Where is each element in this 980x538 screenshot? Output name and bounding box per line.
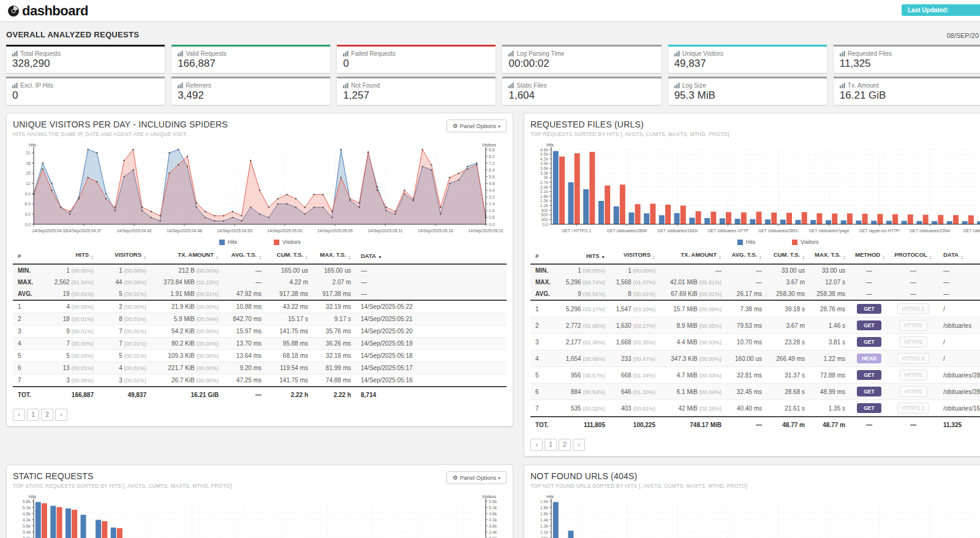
svg-text:3.4k: 3.4k: [23, 530, 31, 534]
table-cell: 26.17 ms: [726, 288, 767, 300]
row-id: 2: [530, 317, 556, 334]
protocol-badge: HTTP/2: [899, 386, 927, 397]
column-header-hits[interactable]: HITS▲▼: [42, 248, 99, 264]
table-cell: 15.17 s: [266, 313, 313, 325]
table-cell: 1 (00.00%): [610, 264, 660, 276]
prev-page-button[interactable]: ‹: [530, 439, 543, 451]
column-header-protocol[interactable]: PROTOCOL▲▼: [888, 248, 938, 264]
card-label: Log Size: [674, 82, 821, 89]
column-header-avg-t-s-[interactable]: AVG. T.S.▲▼: [726, 248, 767, 264]
table-row: TOT.111,805100,225748.17 MiB—48.77 m48.7…: [530, 417, 980, 433]
svg-text:Hits: Hits: [546, 143, 554, 147]
table-cell: HTTP/1.1: [888, 300, 938, 317]
column-header-max-t-s-[interactable]: MAX. T.S.▲▼: [810, 248, 850, 264]
table-cell: GET: [850, 300, 888, 317]
table-cell: 8 (00.01%): [610, 288, 660, 300]
panel-not-found-urls: NOT FOUND URLS (404S) TOP NOT FOUND URLS…: [524, 464, 980, 538]
svg-text:5.8k: 5.8k: [489, 499, 497, 504]
column-header-hits[interactable]: HITS▼: [556, 248, 610, 264]
sort-icon: ▲▼: [258, 256, 262, 260]
svg-text:3.2: 3.2: [489, 195, 495, 199]
table-cell: 72.88 ms: [810, 367, 850, 384]
table-cell: 44 (00.09%): [99, 276, 151, 288]
table-cell: 5.9 MiB (00.04%): [151, 313, 224, 325]
page-button[interactable]: 2: [41, 409, 53, 421]
column-header-method[interactable]: METHOD▲▼: [850, 248, 888, 264]
svg-text:14/Sep/2025:05:22: 14/Sep/2025:05:22: [468, 229, 503, 233]
column-header-tx-amount[interactable]: TX. AMOUNT▲▼: [660, 248, 726, 264]
sort-icon: ▲▼: [143, 256, 146, 260]
svg-text:18: 18: [26, 161, 31, 165]
table-cell: HTTP/1.0: [888, 350, 938, 367]
table-cell: —: [726, 417, 767, 433]
svg-text:5.3k: 5.3k: [489, 506, 497, 510]
svg-text:GET /obituaries HTTP: GET /obituaries HTTP: [707, 229, 748, 233]
table-cell: 221.7 KiB (00.00%): [151, 362, 224, 374]
visitors-table: #HITS▲▼VISITORS▲▼TX. AMOUNT▲▼AVG. T.S.▲▼…: [13, 248, 507, 403]
next-page-button[interactable]: ›: [573, 439, 585, 451]
logo-icon: [7, 5, 20, 17]
table-cell: 81.99 ms: [313, 362, 356, 374]
card-label: Unique Visitors: [674, 50, 821, 57]
prev-page-button[interactable]: ‹: [13, 409, 25, 421]
column-header-cum-t-s-[interactable]: CUM. T.S.▲▼: [266, 248, 313, 264]
table-cell: 35.76 ms: [313, 325, 356, 338]
table-cell: 3 (00.00%): [42, 374, 99, 387]
summary-card: Failed Requests 0: [337, 45, 496, 73]
column-header--[interactable]: #: [13, 248, 42, 264]
table-cell: 49,837: [99, 387, 151, 403]
column-header-avg-t-s-[interactable]: AVG. T.S.▲▼: [224, 248, 266, 264]
table-cell: —: [850, 288, 888, 300]
table-cell: 7.38 ms: [726, 300, 767, 317]
column-header-tx-amount[interactable]: TX. AMOUNT▲▼: [151, 248, 224, 264]
column-header-visitors[interactable]: VISITORS▲▼: [610, 248, 660, 264]
table-cell: 12.07 s: [810, 276, 850, 288]
column-header-max-t-s-[interactable]: MAX. T.S.▲▼: [313, 248, 356, 264]
bar-chart-icon: [178, 83, 183, 88]
table-cell: 32.19 ms: [313, 300, 356, 313]
table-cell: 1 (00.00%): [99, 264, 151, 276]
table-cell: 32.16 ms: [313, 350, 356, 362]
column-header-data[interactable]: DATA▲▼: [938, 248, 980, 264]
panel-subtitle: HITS HAVING THE SAME IP, DATE AND AGENT …: [13, 131, 507, 137]
table-cell: 347.3 KiB (00.00%): [660, 350, 726, 367]
row-id: 7: [530, 400, 556, 417]
summary-card: Valid Requests 166,887: [172, 45, 330, 73]
svg-text:5.3k: 5.3k: [23, 506, 31, 510]
panel-options-button[interactable]: ⚙ Panel Options ▾: [447, 119, 507, 132]
bar-chart-icon: [674, 83, 680, 88]
summary-card: Log Parsing Time 00:00:02: [502, 45, 661, 73]
table-cell: 748.17 MiB: [660, 417, 726, 433]
bar-chart-icon: [840, 51, 845, 56]
column-header--[interactable]: #: [530, 248, 556, 264]
next-page-button[interactable]: ›: [55, 409, 67, 421]
table-cell: 842.70 ms: [224, 313, 266, 325]
column-header-visitors[interactable]: VISITORS▲▼: [99, 248, 151, 264]
column-header-cum-t-s-[interactable]: CUM. T.S.▲▼: [767, 248, 810, 264]
svg-text:4.8k: 4.8k: [23, 512, 31, 516]
table-cell: GET: [850, 367, 888, 384]
svg-text:GET / HTTP/1.1: GET / HTTP/1.1: [562, 229, 592, 233]
table-cell: 4.4 MiB (00.03%): [660, 334, 726, 350]
card-label: Tx. Amount: [840, 82, 980, 89]
row-id: 1: [530, 300, 556, 317]
table-cell: 14/Sep/2025:05:20: [356, 325, 507, 338]
summary-cards: Total Requests 328,290 Valid Requests 16…: [6, 45, 980, 105]
table-cell: 68.18 ms: [266, 350, 313, 362]
panel-static-requests: STATIC REQUESTS TOP STATIC REQUESTS SORT…: [6, 464, 513, 538]
page-button[interactable]: 1: [545, 439, 557, 451]
page-button[interactable]: 1: [27, 409, 39, 421]
column-header-data[interactable]: DATA▼: [356, 248, 507, 264]
table-cell: 32.45 ms: [726, 384, 767, 400]
table-cell: /obituaries: [938, 317, 980, 334]
table-row: 6884 (00.53%)646 (01.30%)6.1 MiB (00.04%…: [530, 384, 980, 400]
table-cell: 42 MiB (00.26%): [660, 400, 726, 417]
table-cell: 2,772 (01.66%): [556, 317, 610, 334]
page-button[interactable]: 2: [559, 439, 571, 451]
panel-options-button[interactable]: ⚙ Panel Options ▾: [447, 471, 507, 484]
table-cell: 10.70 ms: [726, 334, 767, 350]
svg-text:3.4k: 3.4k: [489, 530, 497, 534]
table-cell: 18 (00.01%): [42, 313, 99, 325]
table-cell: HTTP/2: [888, 367, 938, 384]
table-cell: 212 B (00.00%): [151, 264, 224, 276]
